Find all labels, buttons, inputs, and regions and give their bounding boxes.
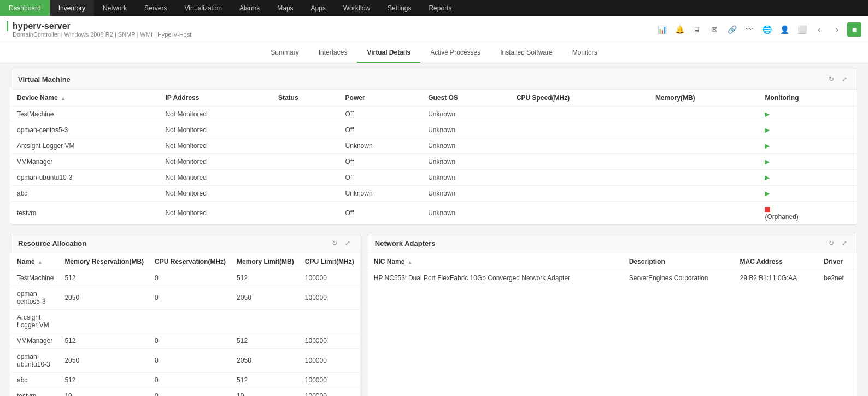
- tab-summary[interactable]: Summary: [261, 43, 308, 63]
- table-row[interactable]: opman-ubuntu10-3 2050 0 2050 100000: [11, 349, 360, 373]
- table-row[interactable]: abc 512 0 512 100000: [11, 373, 360, 388]
- chevron-right-icon[interactable]: ›: [830, 22, 844, 37]
- ra-mem-res-cell: 2050: [59, 286, 149, 310]
- nav-virtualization[interactable]: Virtualization: [175, 0, 230, 16]
- guest-os-cell: Unknown: [423, 170, 511, 186]
- power-cell: Off: [340, 154, 423, 170]
- table-row[interactable]: abc Not Monitored Unknown Unknown ▶: [11, 186, 857, 202]
- ra-name-cell: TestMachine: [11, 270, 59, 286]
- cpu-speed-cell: [511, 138, 650, 154]
- ra-cpu-limit-cell: 100000: [300, 270, 360, 286]
- arrow-icon: ▶: [765, 110, 770, 118]
- na-mac-cell: 29:B2:B1:11:0G:AA: [735, 270, 819, 286]
- virtual-machine-table: Device Name ▲ IP Address Status Power Gu…: [11, 90, 857, 224]
- ra-cpu-limit-cell: 100000: [300, 373, 360, 388]
- email-icon[interactable]: ✉: [707, 22, 722, 37]
- virtual-machine-refresh[interactable]: ↻: [826, 74, 837, 85]
- table-row[interactable]: TestMachine Not Monitored Off Unknown ▶: [11, 107, 857, 122]
- ra-col-cpu-limit: CPU Limit(MHz): [300, 253, 360, 270]
- nav-servers[interactable]: Servers: [136, 0, 175, 16]
- na-col-nic: NIC Name ▲: [368, 253, 624, 270]
- col-guest-os: Guest OS: [423, 90, 511, 107]
- arrow-icon: ▶: [765, 142, 770, 150]
- ra-cpu-res-cell: 0: [149, 270, 231, 286]
- status-cell: [273, 107, 340, 122]
- table-row[interactable]: Arcsight Logger VM Not Monitored Unknown…: [11, 138, 857, 154]
- status-cell: [273, 122, 340, 138]
- globe-icon[interactable]: 🌐: [760, 22, 774, 37]
- network-adapters-refresh[interactable]: ↻: [826, 238, 837, 249]
- table-row[interactable]: HP NC553i Dual Port FlexFabric 10Gb Conv…: [368, 270, 857, 286]
- green-square-icon[interactable]: ■: [847, 22, 861, 37]
- monitor-icon[interactable]: 🖥: [690, 22, 704, 37]
- guest-os-cell: Unknown: [423, 138, 511, 154]
- table-row[interactable]: VMManager 512 0 512 100000: [11, 333, 360, 349]
- resource-allocation-table: Name ▲ Memory Reservation(MB) CPU Reserv…: [11, 253, 360, 396]
- ra-cpu-res-cell: 0: [149, 388, 231, 397]
- network-adapters-expand[interactable]: ⤢: [839, 238, 850, 249]
- screen-icon[interactable]: ⬜: [795, 22, 809, 37]
- ra-cpu-res-cell: 0: [149, 333, 231, 349]
- tab-active-processes[interactable]: Active Processes: [420, 43, 490, 63]
- cpu-speed-cell: [511, 107, 650, 122]
- nav-workflow[interactable]: Workflow: [335, 0, 379, 16]
- device-info: hyperv-server DomainController | Windows…: [7, 21, 191, 38]
- table-row[interactable]: testvm 10 0 10 100000: [11, 388, 360, 397]
- network-adapters-actions: ↻ ⤢: [826, 238, 850, 249]
- table-row[interactable]: Arcsight Logger VM: [11, 310, 360, 333]
- monitoring-cell: ▶: [759, 122, 857, 138]
- resource-allocation-refresh[interactable]: ↻: [329, 238, 340, 249]
- bell-icon[interactable]: 🔔: [672, 22, 687, 37]
- ra-col-name: Name ▲: [11, 253, 59, 270]
- wave-icon[interactable]: 〰: [742, 22, 756, 37]
- nav-network[interactable]: Network: [94, 0, 136, 16]
- nav-inventory[interactable]: Inventory: [50, 0, 94, 16]
- ra-mem-limit-cell: [231, 310, 300, 333]
- ip-cell: Not Monitored: [160, 154, 272, 170]
- bottom-row: Resource Allocation ↻ ⤢ Name ▲ Memory Re…: [11, 233, 857, 396]
- ra-name-cell: opman-centos5-3: [11, 286, 59, 310]
- tab-monitors[interactable]: Monitors: [562, 43, 607, 63]
- ra-mem-limit-cell: 512: [231, 270, 300, 286]
- table-row[interactable]: opman-ubuntu10-3 Not Monitored Off Unkno…: [11, 170, 857, 186]
- chart-icon[interactable]: 📊: [655, 22, 669, 37]
- nav-reports[interactable]: Reports: [420, 0, 460, 16]
- status-cell: [273, 154, 340, 170]
- nav-alarms[interactable]: Alarms: [231, 0, 268, 16]
- tab-virtual-details[interactable]: Virtual Details: [357, 43, 420, 63]
- resource-allocation-expand[interactable]: ⤢: [342, 238, 353, 249]
- cpu-speed-cell: [511, 186, 650, 202]
- network-adapters-table: NIC Name ▲ Description MAC Address Drive…: [368, 253, 857, 286]
- tab-interfaces[interactable]: Interfaces: [309, 43, 357, 63]
- table-row[interactable]: VMManager Not Monitored Off Unknown ▶: [11, 154, 857, 170]
- power-cell: Off: [340, 202, 423, 225]
- ra-cpu-res-cell: 0: [149, 286, 231, 310]
- table-row[interactable]: opman-centos5-3 Not Monitored Off Unknow…: [11, 122, 857, 138]
- chevron-left-icon[interactable]: ‹: [812, 22, 826, 37]
- nav-settings[interactable]: Settings: [379, 0, 420, 16]
- nav-apps[interactable]: Apps: [302, 0, 335, 16]
- memory-cell: [650, 170, 760, 186]
- virtual-machine-expand[interactable]: ⤢: [839, 74, 850, 85]
- tabs: Summary Interfaces Virtual Details Activ…: [0, 43, 868, 63]
- ra-mem-res-cell: 512: [59, 333, 149, 349]
- table-row[interactable]: TestMachine 512 0 512 100000: [11, 270, 360, 286]
- table-row[interactable]: testvm Not Monitored Off Unknown (Orphan…: [11, 202, 857, 225]
- ip-cell: Not Monitored: [160, 202, 272, 225]
- device-name-cell: TestMachine: [11, 107, 160, 122]
- cpu-speed-cell: [511, 154, 650, 170]
- nav-maps[interactable]: Maps: [268, 0, 302, 16]
- resource-allocation-header: Resource Allocation ↻ ⤢: [11, 233, 360, 253]
- ra-mem-limit-cell: 512: [231, 373, 300, 388]
- table-row[interactable]: opman-centos5-3 2050 0 2050 100000: [11, 286, 360, 310]
- ra-cpu-res-cell: 0: [149, 373, 231, 388]
- user-icon[interactable]: 👤: [777, 22, 791, 37]
- arrow-icon: ▶: [765, 174, 770, 181]
- ra-mem-limit-cell: 2050: [231, 286, 300, 310]
- ra-name-cell: testvm: [11, 388, 59, 397]
- tab-installed-software[interactable]: Installed Software: [490, 43, 562, 63]
- col-cpu-speed: CPU Speed(MHz): [511, 90, 650, 107]
- nav-dashboard[interactable]: Dashboard: [0, 0, 50, 16]
- link-icon[interactable]: 🔗: [725, 22, 739, 37]
- power-cell: Unknown: [340, 138, 423, 154]
